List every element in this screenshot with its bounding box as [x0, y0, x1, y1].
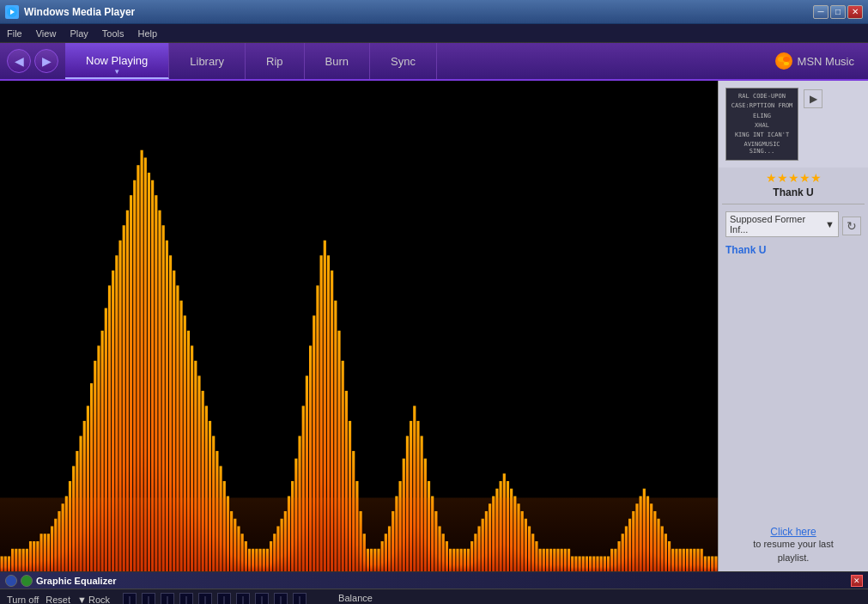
svg-point-4 [779, 62, 784, 65]
window-controls: ─ □ ✕ [813, 5, 863, 19]
resume-text: to resume your lastplaylist. [725, 538, 861, 564]
eq-left-controls: Turn off Reset ▼ Rock ≋≋ ≋≋ ≋≋ [7, 593, 110, 604]
visualizer-area [0, 81, 718, 571]
eq-slider-track [223, 596, 225, 604]
eq-title: Graphic Equalizer [36, 576, 847, 586]
eq-slider-track [167, 596, 168, 604]
album-art-section: RAL CODE-UPON CASE:RPTTION FROM ELING XH… [719, 81, 868, 168]
eq-slider-track [280, 596, 282, 604]
playlist-refresh-button[interactable]: ↻ [842, 217, 861, 235]
eq-band-4: 4 [252, 593, 271, 604]
resume-playlist-link[interactable]: Click here [725, 526, 861, 538]
next-track-button[interactable]: ▶ [804, 89, 822, 108]
equalizer-section: Graphic Equalizer ✕ Turn off Reset ▼ Roc… [0, 571, 868, 604]
eq-slider-125[interactable] [161, 593, 174, 604]
eq-close-button[interactable]: ✕ [851, 575, 863, 587]
eq-slider-1KHz[interactable] [217, 593, 231, 604]
visualizer-canvas [0, 81, 718, 571]
eq-slider-250[interactable] [179, 593, 193, 604]
eq-band-125: 125 [158, 593, 177, 604]
eq-slider-62[interactable] [142, 593, 155, 604]
eq-slider-2[interactable] [236, 593, 250, 604]
tab-msn-music[interactable]: MSN Music [762, 43, 868, 79]
navtabs: ◀ ▶ Now Playing Library Rip Burn Sync MS… [0, 43, 868, 81]
eq-top-buttons: Turn off Reset ▼ Rock [7, 595, 110, 604]
back-button[interactable]: ◀ [7, 49, 31, 73]
eq-slider-track [129, 596, 131, 604]
maximize-button[interactable]: □ [830, 5, 846, 19]
eq-slider-track [242, 596, 244, 604]
eq-sliders: 31Hz621252505001KHz24816KHz [120, 593, 309, 604]
menu-view[interactable]: View [36, 28, 57, 39]
eq-slider-track [299, 596, 300, 604]
eq-slider-500[interactable] [198, 593, 212, 604]
tab-library[interactable]: Library [169, 43, 246, 79]
album-art: RAL CODE-UPON CASE:RPTTION FROM ELING XH… [725, 88, 798, 161]
eq-preset-dropdown[interactable]: ▼ Rock [77, 595, 110, 604]
svg-point-3 [783, 57, 790, 62]
eq-turnoff-button[interactable]: Turn off [7, 595, 39, 604]
nav-back-fwd: ◀ ▶ [0, 43, 65, 79]
eq-slider-31Hz[interactable] [123, 593, 137, 604]
star-rating[interactable]: ★★★★★ [719, 168, 868, 186]
eq-slider-track [148, 596, 149, 604]
tab-rip[interactable]: Rip [246, 43, 305, 79]
playlist-section: Supposed Former Inf... ▼ ↻ Thank U [719, 204, 868, 519]
eq-band-16KHz: 16KHz [290, 593, 309, 604]
eq-band-250: 250 [177, 593, 196, 604]
eq-slider-4[interactable] [255, 593, 269, 604]
eq-band-8: 8 [271, 593, 290, 604]
eq-titlebar: Graphic Equalizer ✕ [0, 572, 868, 589]
eq-band-31Hz: 31Hz [120, 593, 139, 604]
current-track-label: Thank U [725, 244, 861, 256]
eq-band-62: 62 [139, 593, 158, 604]
eq-maximize-button[interactable] [21, 575, 33, 587]
right-panel-track-title: Thank U [719, 186, 868, 204]
menu-play[interactable]: Play [70, 28, 88, 39]
eq-slider-16KHz[interactable] [293, 593, 307, 604]
forward-button[interactable]: ▶ [34, 49, 58, 73]
tab-now-playing[interactable]: Now Playing [65, 43, 169, 79]
close-button[interactable]: ✕ [847, 5, 863, 19]
eq-slider-track [185, 596, 187, 604]
app-icon [5, 5, 19, 19]
tab-sync[interactable]: Sync [370, 43, 437, 79]
eq-reset-button[interactable]: Reset [46, 595, 70, 604]
right-panel: RAL CODE-UPON CASE:RPTTION FROM ELING XH… [718, 81, 868, 571]
window-title: Windows Media Player [24, 6, 808, 18]
resume-section: Click here to resume your lastplaylist. [719, 519, 868, 571]
eq-slider-track [204, 596, 206, 604]
tab-burn[interactable]: Burn [305, 43, 370, 79]
menu-file[interactable]: File [7, 28, 22, 39]
titlebar: Windows Media Player ─ □ ✕ [0, 0, 868, 24]
menu-help[interactable]: Help [137, 28, 157, 39]
menubar: File View Play Tools Help [0, 24, 868, 43]
eq-band-1KHz: 1KHz [215, 593, 234, 604]
eq-minimize-button[interactable] [5, 575, 17, 587]
msn-butterfly-icon [775, 52, 792, 70]
menu-tools[interactable]: Tools [102, 28, 124, 39]
eq-slider-8[interactable] [274, 593, 288, 604]
minimize-button[interactable]: ─ [813, 5, 829, 19]
eq-band-500: 500 [196, 593, 215, 604]
playlist-dropdown[interactable]: Supposed Former Inf... ▼ [725, 211, 839, 237]
eq-content: Turn off Reset ▼ Rock ≋≋ ≋≋ ≋≋ 31H [0, 589, 868, 604]
balance-label: Balance [338, 593, 373, 603]
balance-section: Balance [330, 593, 381, 604]
main-content: RAL CODE-UPON CASE:RPTTION FROM ELING XH… [0, 81, 868, 571]
album-art-overlay: RAL CODE-UPON CASE:RPTTION FROM ELING XH… [726, 88, 798, 160]
svg-point-5 [784, 62, 789, 65]
eq-slider-track [261, 596, 263, 604]
eq-band-2: 2 [234, 593, 252, 604]
